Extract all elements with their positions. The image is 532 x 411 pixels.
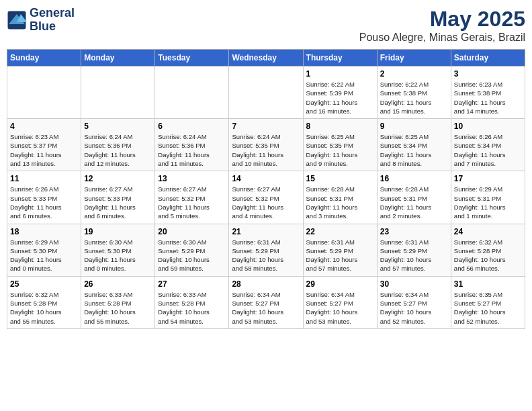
day-info: Sunrise: 6:32 AMSunset: 5:28 PMDaylight:… [10,290,78,326]
calendar-cell: 6Sunrise: 6:24 AMSunset: 5:36 PMDaylight… [155,119,229,171]
day-number: 26 [84,279,152,289]
day-number: 10 [454,122,522,131]
calendar-cell: 4Sunrise: 6:23 AMSunset: 5:37 PMDaylight… [7,119,81,171]
day-number: 6 [158,122,226,131]
day-info: Sunrise: 6:27 AMSunset: 5:33 PMDaylight:… [84,185,152,220]
day-number: 13 [158,174,226,183]
day-info: Sunrise: 6:25 AMSunset: 5:34 PMDaylight:… [380,132,448,168]
calendar-cell: 23Sunrise: 6:31 AMSunset: 5:29 PMDayligh… [377,224,451,276]
day-number: 28 [232,279,300,289]
day-info: Sunrise: 6:22 AMSunset: 5:39 PMDaylight:… [306,80,374,116]
day-info: Sunrise: 6:27 AMSunset: 5:32 PMDaylight:… [158,185,226,220]
location-title: Pouso Alegre, Minas Gerais, Brazil [359,32,525,44]
day-number: 16 [380,174,448,183]
day-info: Sunrise: 6:28 AMSunset: 5:31 PMDaylight:… [306,185,374,220]
calendar-cell: 1Sunrise: 6:22 AMSunset: 5:39 PMDaylight… [303,66,377,119]
calendar-cell: 13Sunrise: 6:27 AMSunset: 5:32 PMDayligh… [155,171,229,224]
month-title: May 2025 [359,7,525,32]
calendar-week-row: 1Sunrise: 6:22 AMSunset: 5:39 PMDaylight… [7,66,525,119]
weekday-row: SundayMondayTuesdayWednesdayThursdayFrid… [7,50,525,66]
calendar-cell: 29Sunrise: 6:34 AMSunset: 5:27 PMDayligh… [303,276,377,328]
calendar-cell: 25Sunrise: 6:32 AMSunset: 5:28 PMDayligh… [7,276,81,328]
calendar-header: SundayMondayTuesdayWednesdayThursdayFrid… [7,50,525,66]
day-number: 24 [454,227,522,236]
day-info: Sunrise: 6:24 AMSunset: 5:35 PMDaylight:… [232,132,300,168]
calendar-body: 1Sunrise: 6:22 AMSunset: 5:39 PMDaylight… [7,66,525,329]
day-info: Sunrise: 6:31 AMSunset: 5:29 PMDaylight:… [380,238,448,273]
weekday-header: Tuesday [155,50,229,66]
logo-icon [7,10,27,30]
day-number: 25 [10,279,78,289]
day-info: Sunrise: 6:29 AMSunset: 5:31 PMDaylight:… [454,185,522,220]
calendar-week-row: 4Sunrise: 6:23 AMSunset: 5:37 PMDaylight… [7,119,525,171]
day-info: Sunrise: 6:33 AMSunset: 5:28 PMDaylight:… [158,290,226,326]
calendar-week-row: 25Sunrise: 6:32 AMSunset: 5:28 PMDayligh… [7,276,525,328]
day-number: 17 [454,174,522,183]
calendar-cell: 22Sunrise: 6:31 AMSunset: 5:29 PMDayligh… [303,224,377,276]
calendar-week-row: 18Sunrise: 6:29 AMSunset: 5:30 PMDayligh… [7,224,525,276]
weekday-header: Sunday [7,50,81,66]
day-number: 12 [84,174,152,183]
day-info: Sunrise: 6:31 AMSunset: 5:29 PMDaylight:… [232,238,300,273]
calendar-cell: 7Sunrise: 6:24 AMSunset: 5:35 PMDaylight… [229,119,303,171]
day-number: 9 [380,122,448,131]
day-info: Sunrise: 6:27 AMSunset: 5:32 PMDaylight:… [232,185,300,220]
day-number: 7 [232,122,300,131]
day-number: 14 [232,174,300,183]
calendar-cell: 28Sunrise: 6:34 AMSunset: 5:27 PMDayligh… [229,276,303,328]
weekday-header: Wednesday [229,50,303,66]
day-number: 31 [454,279,522,289]
title-block: May 2025 Pouso Alegre, Minas Gerais, Bra… [359,7,525,44]
calendar-cell [7,66,81,119]
day-number: 11 [10,174,78,183]
day-info: Sunrise: 6:26 AMSunset: 5:34 PMDaylight:… [454,132,522,168]
day-info: Sunrise: 6:30 AMSunset: 5:29 PMDaylight:… [158,238,226,273]
calendar-cell: 11Sunrise: 6:26 AMSunset: 5:33 PMDayligh… [7,171,81,224]
calendar-cell: 9Sunrise: 6:25 AMSunset: 5:34 PMDaylight… [377,119,451,171]
day-number: 19 [84,227,152,236]
day-info: Sunrise: 6:22 AMSunset: 5:38 PMDaylight:… [380,80,448,116]
day-info: Sunrise: 6:26 AMSunset: 5:33 PMDaylight:… [10,185,78,220]
day-number: 20 [158,227,226,236]
calendar-cell: 15Sunrise: 6:28 AMSunset: 5:31 PMDayligh… [303,171,377,224]
logo: General Blue [7,7,75,34]
day-number: 15 [306,174,374,183]
calendar-cell: 14Sunrise: 6:27 AMSunset: 5:32 PMDayligh… [229,171,303,224]
day-number: 2 [380,69,448,79]
day-number: 8 [306,122,374,131]
calendar-cell: 12Sunrise: 6:27 AMSunset: 5:33 PMDayligh… [81,171,155,224]
day-info: Sunrise: 6:34 AMSunset: 5:27 PMDaylight:… [232,290,300,326]
day-number: 27 [158,279,226,289]
calendar-cell: 30Sunrise: 6:34 AMSunset: 5:27 PMDayligh… [377,276,451,328]
day-info: Sunrise: 6:23 AMSunset: 5:37 PMDaylight:… [10,132,78,168]
weekday-header: Friday [377,50,451,66]
calendar-cell [229,66,303,119]
day-info: Sunrise: 6:31 AMSunset: 5:29 PMDaylight:… [306,238,374,273]
day-info: Sunrise: 6:34 AMSunset: 5:27 PMDaylight:… [306,290,374,326]
calendar-cell: 27Sunrise: 6:33 AMSunset: 5:28 PMDayligh… [155,276,229,328]
calendar-cell: 31Sunrise: 6:35 AMSunset: 5:27 PMDayligh… [451,276,525,328]
day-info: Sunrise: 6:28 AMSunset: 5:31 PMDaylight:… [380,185,448,220]
calendar-cell: 5Sunrise: 6:24 AMSunset: 5:36 PMDaylight… [81,119,155,171]
day-number: 23 [380,227,448,236]
calendar-cell: 16Sunrise: 6:28 AMSunset: 5:31 PMDayligh… [377,171,451,224]
day-number: 21 [232,227,300,236]
day-info: Sunrise: 6:30 AMSunset: 5:30 PMDaylight:… [84,238,152,273]
calendar-cell: 3Sunrise: 6:23 AMSunset: 5:38 PMDaylight… [451,66,525,119]
calendar-cell: 20Sunrise: 6:30 AMSunset: 5:29 PMDayligh… [155,224,229,276]
logo-line2: Blue [30,19,56,33]
calendar-cell: 17Sunrise: 6:29 AMSunset: 5:31 PMDayligh… [451,171,525,224]
day-info: Sunrise: 6:32 AMSunset: 5:28 PMDaylight:… [454,238,522,273]
day-info: Sunrise: 6:24 AMSunset: 5:36 PMDaylight:… [84,132,152,168]
day-number: 5 [84,122,152,131]
calendar-cell: 24Sunrise: 6:32 AMSunset: 5:28 PMDayligh… [451,224,525,276]
day-info: Sunrise: 6:34 AMSunset: 5:27 PMDaylight:… [380,290,448,326]
day-info: Sunrise: 6:33 AMSunset: 5:28 PMDaylight:… [84,290,152,326]
calendar-cell: 10Sunrise: 6:26 AMSunset: 5:34 PMDayligh… [451,119,525,171]
calendar-cell: 26Sunrise: 6:33 AMSunset: 5:28 PMDayligh… [81,276,155,328]
page-header: General Blue May 2025 Pouso Alegre, Mina… [7,7,525,44]
weekday-header: Thursday [303,50,377,66]
logo-text: General Blue [30,7,75,34]
day-info: Sunrise: 6:25 AMSunset: 5:35 PMDaylight:… [306,132,374,168]
calendar-cell: 21Sunrise: 6:31 AMSunset: 5:29 PMDayligh… [229,224,303,276]
